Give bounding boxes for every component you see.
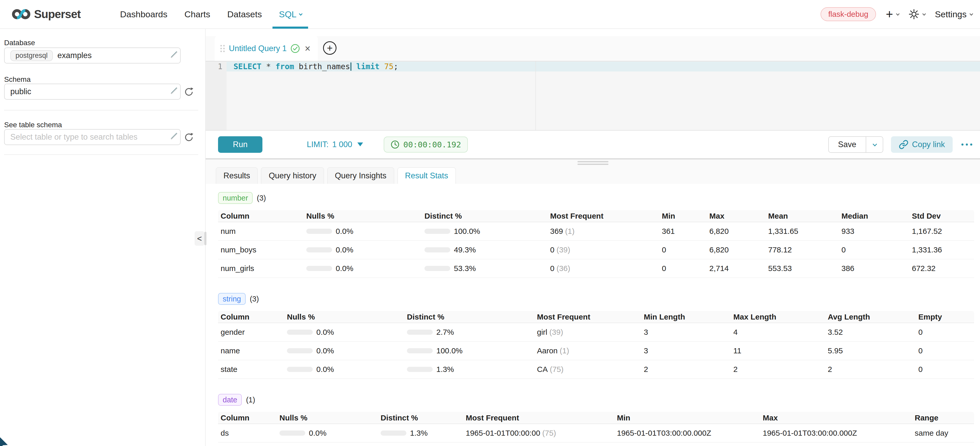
- table-row: gender0.0%2.7%girl(39)343.520: [218, 323, 974, 342]
- stat-value-cell: 2: [825, 360, 916, 379]
- stat-value-cell: 386: [839, 260, 909, 278]
- query-tab-bar: Untitled Query 1 × +: [206, 36, 980, 61]
- nav-item-datasets[interactable]: Datasets: [219, 0, 270, 29]
- nulls-cell: 0.0%: [306, 245, 422, 254]
- more-options-icon[interactable]: [960, 141, 973, 148]
- top-navbar: Superset DashboardsChartsDatasetsSQL fla…: [0, 0, 980, 29]
- nav-item-dashboards[interactable]: Dashboards: [111, 0, 176, 29]
- refresh-tables-icon[interactable]: [184, 132, 194, 142]
- column-header: Median: [839, 210, 909, 222]
- nulls-bar: [287, 330, 313, 335]
- database-select[interactable]: postgresql examples: [4, 48, 181, 64]
- link-icon: [899, 140, 908, 150]
- table-row: num_boys0.0%49.3%0(39)06,820778.1201,331…: [218, 241, 974, 260]
- column-header: Std Dev: [909, 210, 974, 222]
- nav-item-sql[interactable]: SQL: [270, 0, 310, 29]
- table-schema-label: See table schema: [4, 121, 62, 129]
- table-select[interactable]: Select table or type to search tables: [4, 129, 181, 145]
- column-header: Min Length: [641, 311, 731, 323]
- most-frequent-cell: girl(39): [535, 323, 641, 342]
- distinct-cell: 49.3%: [425, 245, 547, 254]
- query-timer: 00:00:00.192: [384, 137, 468, 153]
- stat-value-cell: 3: [641, 342, 731, 360]
- limit-value: 1 000: [332, 140, 352, 149]
- print-margin-line: [535, 61, 536, 130]
- save-button[interactable]: Save: [829, 137, 866, 152]
- nulls-bar: [287, 367, 313, 372]
- column-header: Most Frequent: [547, 210, 659, 222]
- sidebar-divider: [4, 155, 198, 155]
- close-tab-icon[interactable]: ×: [305, 44, 310, 53]
- copy-link-button[interactable]: Copy link: [891, 136, 953, 153]
- sql-token: 75: [384, 62, 393, 71]
- run-button[interactable]: Run: [218, 136, 262, 153]
- collapse-sidebar-button[interactable]: <: [194, 231, 204, 246]
- new-menu[interactable]: +: [886, 8, 899, 21]
- result-tab-label: Result Stats: [405, 171, 448, 180]
- column-header: Distinct %: [422, 210, 547, 222]
- type-badge-date: date: [218, 394, 242, 406]
- result-tab-query-history[interactable]: Query history: [261, 167, 324, 184]
- distinct-cell: 1.3%: [378, 424, 463, 443]
- sql-editor[interactable]: 1 SELECT * from birth_names limit 75;: [206, 61, 980, 131]
- drag-handle-icon[interactable]: [220, 45, 225, 52]
- editor-gutter: 1: [206, 61, 227, 130]
- nav-item-label: SQL: [279, 9, 296, 19]
- most-frequent-count: (1): [560, 346, 569, 355]
- database-engine-tag: postgresql: [10, 50, 53, 61]
- nulls-percent: 0.0%: [336, 264, 353, 273]
- stat-value-cell: 3.52: [825, 323, 916, 342]
- most-frequent-count: (1): [565, 227, 574, 236]
- schema-select[interactable]: public: [4, 84, 181, 100]
- stat-value-cell: 4: [731, 323, 825, 342]
- column-count: (3): [250, 295, 259, 303]
- result-tab-label: Query history: [269, 171, 316, 180]
- stat-value-cell: 1,167.52: [909, 222, 974, 241]
- distinct-cell: 53.3%: [425, 264, 547, 273]
- refresh-schemas-icon[interactable]: [184, 87, 194, 97]
- sql-token: *: [266, 62, 270, 71]
- column-header: Max: [707, 210, 765, 222]
- limit-label: LIMIT:: [307, 140, 328, 149]
- most-frequent-count: (75): [550, 365, 563, 373]
- nulls-bar: [280, 430, 305, 436]
- column-header: Max Length: [731, 311, 825, 323]
- table-row: state0.0%1.3%CA(75)2220: [218, 360, 974, 379]
- limit-dropdown[interactable]: LIMIT: 1 000: [307, 140, 363, 149]
- superset-infinity-icon: [11, 6, 31, 22]
- most-frequent-cell: Aaron(1): [535, 342, 641, 360]
- stat-value-cell: 0: [659, 260, 707, 278]
- nulls-cell: 0.0%: [306, 264, 422, 273]
- stat-value-cell: 1,331.36: [909, 241, 974, 260]
- superset-logo[interactable]: Superset: [11, 6, 81, 22]
- add-query-tab-button[interactable]: +: [323, 41, 336, 55]
- save-options-caret[interactable]: [866, 137, 883, 152]
- settings-menu[interactable]: Settings: [935, 9, 972, 19]
- nulls-cell: 0.0%: [304, 222, 422, 241]
- nulls-bar: [306, 229, 332, 234]
- line-number: 1: [218, 62, 223, 71]
- distinct-bar: [407, 367, 433, 372]
- nulls-cell: 0.0%: [304, 241, 422, 260]
- column-name-cell: num_boys: [218, 241, 304, 260]
- chevron-down-icon: [171, 51, 177, 58]
- sql-code-line[interactable]: SELECT * from birth_names limit 75;: [234, 62, 398, 72]
- result-tab-results[interactable]: Results: [216, 167, 258, 184]
- column-header: Nulls %: [277, 412, 378, 424]
- query-tab-title: Untitled Query 1: [229, 44, 287, 53]
- stat-value-cell: 0: [839, 241, 909, 260]
- type-badge-string: string: [218, 293, 246, 305]
- theme-menu[interactable]: [908, 9, 925, 20]
- splitter-grab-handle[interactable]: [578, 161, 608, 165]
- table-row: num0.0%100.0%369(1)3616,8201,331.659331,…: [218, 222, 974, 241]
- query-tab[interactable]: Untitled Query 1 ×: [215, 36, 318, 61]
- panel-resize-handle[interactable]: [204, 232, 207, 245]
- stats-table-string: ColumnNulls %Distinct %Most FrequentMin …: [218, 311, 974, 379]
- result-tab-result-stats[interactable]: Result Stats: [398, 167, 456, 184]
- distinct-bar: [407, 330, 433, 335]
- result-tab-query-insights[interactable]: Query Insights: [327, 167, 394, 184]
- column-header: Column: [218, 412, 277, 424]
- most-frequent-cell: CA(75): [535, 360, 641, 379]
- nav-item-charts[interactable]: Charts: [176, 0, 219, 29]
- plus-icon: +: [886, 8, 893, 21]
